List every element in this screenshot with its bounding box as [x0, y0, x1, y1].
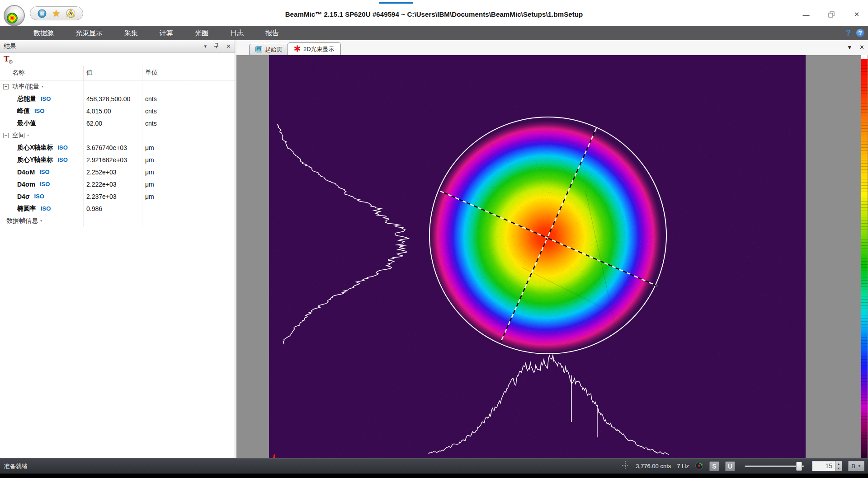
row-value: 0.986: [84, 202, 142, 215]
column-value[interactable]: 值: [84, 66, 142, 80]
row-unit: μm: [142, 154, 187, 166]
results-panel-title: 结果: [4, 42, 16, 51]
row-unit: [142, 215, 187, 227]
row-unit: cnts: [142, 117, 187, 129]
row-label: 数据帧信息: [6, 217, 38, 225]
close-button[interactable]: ✕: [852, 10, 862, 19]
row-label: 总能量: [17, 95, 36, 103]
table-row[interactable]: 峰值ISO4,015.00cnts: [0, 105, 235, 117]
row-label: 功率/能量: [12, 83, 39, 91]
group-caret-icon[interactable]: ▾: [40, 219, 42, 223]
gain-slider[interactable]: [745, 461, 804, 471]
menubar: 数据源光束显示采集计算光圈日志报告 ? ?: [0, 26, 868, 40]
panel-menu-icon[interactable]: ▾: [204, 44, 207, 49]
tab-label: 起始页: [265, 46, 283, 54]
results-panel-header: 结果 ▾ ✕: [0, 40, 235, 53]
row-label: 椭圆率: [17, 205, 36, 213]
group-caret-icon[interactable]: ▾: [42, 84, 43, 89]
frame-spinner-arrows[interactable]: ▲▼: [835, 461, 842, 471]
table-row[interactable]: −功率/能量▾: [0, 80, 235, 93]
table-row[interactable]: 质心X轴坐标ISO3.676740e+03μm: [0, 141, 235, 154]
row-name: D4σmISO: [0, 178, 84, 190]
table-row[interactable]: −空间▾: [0, 129, 235, 141]
collapse-icon[interactable]: −: [3, 133, 9, 138]
frame-spinner-value[interactable]: 15: [812, 461, 835, 471]
iso-badge: ISO: [34, 193, 44, 200]
column-extra: [187, 66, 235, 80]
status-counts: 3,776.00 cnts: [636, 463, 671, 469]
results-panel: 结果 ▾ ✕ T⚙ 名称 值 单位 −功率/能量▾总能量ISO458,328,5…: [0, 40, 235, 458]
channel-dropdown[interactable]: B ▼: [848, 461, 864, 471]
document-area: 起始页2D光束显示 ▼ ✕: [236, 40, 868, 458]
tab-list-icon[interactable]: ▼: [847, 45, 852, 50]
menu-item-5[interactable]: 日志: [219, 26, 255, 40]
bottom-strip: [0, 474, 868, 478]
row-unit: [142, 80, 187, 93]
text-settings-icon[interactable]: T⚙: [3, 54, 13, 64]
menu-item-3[interactable]: 计算: [149, 26, 184, 40]
row-label: 最小值: [17, 119, 36, 127]
row-value: 2.237e+03: [84, 190, 142, 202]
table-row[interactable]: 最小值62.00cnts: [0, 117, 235, 129]
tab-strip: 起始页2D光束显示 ▼ ✕: [236, 40, 868, 55]
row-name: 数据帧信息▾: [0, 215, 84, 227]
2d-beam-image[interactable]: [269, 55, 806, 458]
collapse-icon[interactable]: −: [3, 84, 9, 89]
menu-item-2[interactable]: 采集: [113, 26, 149, 40]
column-name[interactable]: 名称: [0, 66, 84, 80]
color-scale-top-notch: [861, 55, 868, 59]
row-label: 峰值: [17, 107, 30, 115]
row-value: [84, 215, 142, 227]
row-value: [84, 80, 142, 93]
slider-thumb[interactable]: [796, 462, 802, 471]
iso-badge: ISO: [41, 205, 51, 212]
row-name: 质心Y轴坐标ISO: [0, 154, 84, 166]
table-row[interactable]: 质心Y轴坐标ISO2.921682e+03μm: [0, 154, 235, 166]
tab-start-page[interactable]: 起始页: [249, 44, 289, 55]
iso-badge: ISO: [57, 144, 67, 151]
results-table-body: −功率/能量▾总能量ISO458,328,500.00cnts峰值ISO4,01…: [0, 80, 235, 227]
column-unit[interactable]: 单位: [142, 66, 187, 80]
row-unit: cnts: [142, 93, 187, 105]
timing-status-icon[interactable]: [695, 461, 703, 471]
row-value: 458,328,500.00: [84, 93, 142, 105]
row-value: 2.222e+03: [84, 178, 142, 190]
tab-close-icon[interactable]: ✕: [859, 44, 864, 50]
tab-2d-beam-display[interactable]: 2D光束显示: [288, 42, 341, 55]
row-label: 空间: [12, 131, 25, 140]
menu-item-4[interactable]: 光圈: [184, 26, 219, 40]
color-scale-bar[interactable]: [861, 55, 868, 458]
restore-button[interactable]: [826, 10, 836, 19]
group-caret-icon[interactable]: ▾: [27, 133, 29, 137]
row-label: D4σM: [17, 169, 35, 176]
context-help-icon[interactable]: ?: [846, 28, 851, 38]
help-icon[interactable]: ?: [856, 29, 864, 37]
saturation-button[interactable]: S: [709, 461, 719, 471]
menu-item-0[interactable]: 数据源: [23, 26, 65, 40]
titlebar-accent-line: [379, 2, 413, 4]
statusbar: 准备就绪 3,776.00 cnts 7 Hz S U 15 ▲▼ B ▼: [0, 458, 868, 474]
iso-badge: ISO: [39, 169, 49, 175]
row-label: D4σm: [17, 181, 35, 188]
ultracal-button[interactable]: U: [725, 461, 735, 471]
menu-item-1[interactable]: 光束显示: [65, 26, 113, 40]
row-value: 4,015.00: [84, 105, 142, 117]
table-row[interactable]: D4σMISO2.252e+03μm: [0, 166, 235, 178]
table-row[interactable]: 总能量ISO458,328,500.00cnts: [0, 93, 235, 105]
table-row[interactable]: 椭圆率ISO0.986: [0, 202, 235, 215]
minimize-button[interactable]: —: [801, 10, 811, 19]
red-asterisk-icon: [294, 45, 301, 53]
table-row[interactable]: 数据帧信息▾: [0, 215, 235, 227]
menubar-help: ? ?: [846, 26, 864, 40]
channel-value: B: [851, 463, 855, 469]
row-name: −空间▾: [0, 129, 84, 141]
status-ready-text: 准备就绪: [4, 459, 28, 474]
panel-close-icon[interactable]: ✕: [226, 43, 231, 49]
beam-display-area: [236, 55, 868, 458]
menu-item-6[interactable]: 报告: [255, 26, 290, 40]
table-row[interactable]: D4σmISO2.222e+03μm: [0, 178, 235, 190]
pin-icon[interactable]: [214, 43, 219, 50]
slider-groove: [745, 465, 804, 467]
row-label: 质心X轴坐标: [17, 144, 53, 152]
table-row[interactable]: D4σISO2.237e+03μm: [0, 190, 235, 202]
